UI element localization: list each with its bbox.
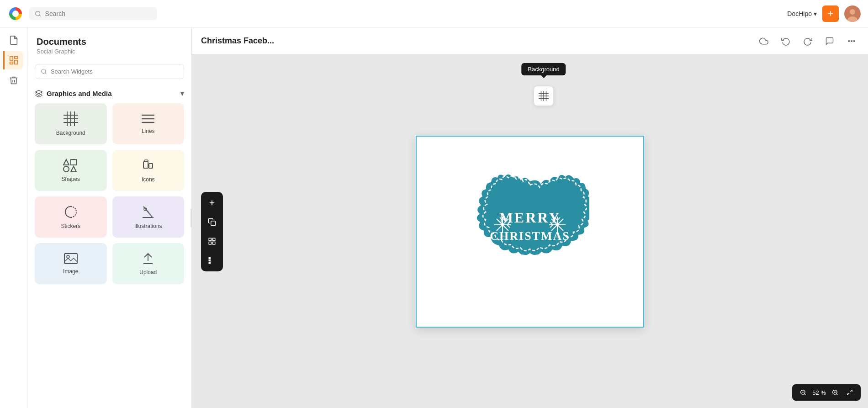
widget-search-input[interactable] xyxy=(51,68,178,75)
svg-text:CHRISTMAS: CHRISTMAS xyxy=(490,229,570,243)
lines-card-label: Lines xyxy=(142,128,155,134)
background-card-icon xyxy=(64,111,78,126)
topbar-right: DocHipo ▾ + xyxy=(787,5,861,22)
svg-point-37 xyxy=(854,40,855,42)
section-chevron-icon[interactable]: ▾ xyxy=(180,89,184,98)
shapes-card-icon xyxy=(63,159,79,172)
svg-rect-49 xyxy=(209,242,211,244)
main-content: Documents Social Graphic Graphics and Me… xyxy=(0,27,868,408)
icons-card-icon xyxy=(141,158,155,173)
float-grid-button[interactable] xyxy=(203,232,221,250)
zoom-in-button[interactable] xyxy=(830,387,841,398)
canvas-area: Christmas Faceb... xyxy=(192,27,868,408)
image-card-label: Image xyxy=(63,268,78,275)
comments-button[interactable] xyxy=(822,34,837,48)
redo-button[interactable] xyxy=(800,34,815,48)
icons-card-label: Icons xyxy=(142,176,155,183)
more-options-button[interactable] xyxy=(844,34,859,48)
svg-point-5 xyxy=(850,9,855,15)
shapes-card-label: Shapes xyxy=(61,176,80,182)
svg-rect-32 xyxy=(64,254,77,264)
svg-rect-46 xyxy=(211,221,216,225)
float-duplicate-button[interactable] xyxy=(203,213,221,231)
widget-panel: Documents Social Graphic Graphics and Me… xyxy=(27,27,192,408)
svg-rect-9 xyxy=(15,60,17,64)
topbar-search-container[interactable] xyxy=(29,7,157,20)
panel-title: Documents xyxy=(37,37,182,47)
save-cloud-button[interactable] xyxy=(757,34,771,48)
widget-card-stickers[interactable]: Stickers xyxy=(35,196,107,238)
canvas-toolbar-right xyxy=(757,34,859,48)
panel-subtitle: Social Graphic xyxy=(37,48,182,55)
sidebar-item-trash[interactable] xyxy=(5,71,23,90)
widget-card-background[interactable]: Background xyxy=(35,103,107,144)
svg-point-36 xyxy=(851,40,852,42)
widget-search-container[interactable] xyxy=(35,64,184,79)
app-logo[interactable] xyxy=(7,5,24,22)
widget-panel-header: Documents Social Graphic xyxy=(27,27,191,59)
widget-search-icon xyxy=(41,68,47,75)
add-button[interactable]: + xyxy=(822,5,839,22)
section-title: Graphics and Media xyxy=(47,90,177,97)
widget-card-icons[interactable]: Icons xyxy=(112,150,185,191)
svg-line-80 xyxy=(847,393,849,395)
brand-dropdown[interactable]: DocHipo ▾ xyxy=(787,10,817,17)
canvas-title: Christmas Faceb... xyxy=(201,36,274,46)
widget-card-shapes[interactable]: Shapes xyxy=(35,150,107,191)
background-tooltip: Background xyxy=(521,63,566,75)
svg-line-79 xyxy=(850,390,852,392)
fullscreen-button[interactable] xyxy=(844,387,855,398)
svg-rect-27 xyxy=(149,164,153,168)
widget-card-image[interactable]: Image xyxy=(35,243,107,284)
christmas-badge[interactable]: MERRY CHRISTMAS xyxy=(471,172,589,291)
upload-card-icon xyxy=(142,252,154,265)
svg-line-73 xyxy=(804,394,806,395)
image-card-icon xyxy=(64,253,78,265)
topbar: DocHipo ▾ + xyxy=(0,0,868,27)
svg-point-3 xyxy=(36,11,40,16)
background-card-label: Background xyxy=(56,130,85,136)
illustrations-card-label: Illustrations xyxy=(134,223,162,229)
widget-card-lines[interactable]: Lines xyxy=(112,103,185,144)
canvas-toolbar: Christmas Faceb... xyxy=(192,27,868,55)
svg-rect-7 xyxy=(10,57,13,60)
svg-point-35 xyxy=(848,40,850,42)
zoom-out-button[interactable] xyxy=(798,387,809,398)
widget-grid: Background Lines Shapes xyxy=(27,101,191,290)
svg-rect-52 xyxy=(209,260,210,261)
zoom-bar: 52 % xyxy=(792,384,861,401)
float-more-button[interactable] xyxy=(203,251,221,270)
svg-line-76 xyxy=(836,394,838,395)
svg-rect-51 xyxy=(209,257,210,259)
svg-marker-25 xyxy=(71,166,76,172)
svg-rect-53 xyxy=(209,262,210,263)
stickers-card-label: Stickers xyxy=(61,223,80,229)
topbar-search-input[interactable] xyxy=(45,10,152,17)
svg-rect-48 xyxy=(213,238,215,240)
svg-marker-22 xyxy=(64,159,69,165)
float-tools xyxy=(201,192,223,271)
canvas-document[interactable]: MERRY CHRISTMAS xyxy=(416,136,644,328)
svg-rect-8 xyxy=(15,57,17,59)
background-pattern-icon xyxy=(539,91,549,101)
widget-card-upload[interactable]: Upload xyxy=(112,243,185,284)
svg-rect-26 xyxy=(143,162,148,168)
user-avatar[interactable] xyxy=(844,5,861,22)
canvas-content: Background xyxy=(192,55,868,408)
sidebar-item-widgets[interactable] xyxy=(3,51,23,69)
lines-card-icon xyxy=(141,113,155,124)
undo-button[interactable] xyxy=(778,34,793,48)
background-icon-button[interactable] xyxy=(534,86,554,106)
illustrations-card-icon xyxy=(141,205,155,219)
upload-card-label: Upload xyxy=(139,269,157,276)
zoom-level: 52 % xyxy=(812,389,826,396)
sidebar-item-document[interactable] xyxy=(5,31,23,49)
svg-text:MERRY: MERRY xyxy=(499,209,561,226)
brand-name: DocHipo xyxy=(787,10,812,17)
widget-card-illustrations[interactable]: Illustrations xyxy=(112,196,185,238)
svg-rect-10 xyxy=(10,62,13,64)
svg-rect-50 xyxy=(213,242,215,244)
float-add-button[interactable] xyxy=(203,194,221,212)
svg-point-24 xyxy=(64,166,69,172)
icon-sidebar xyxy=(0,27,27,408)
